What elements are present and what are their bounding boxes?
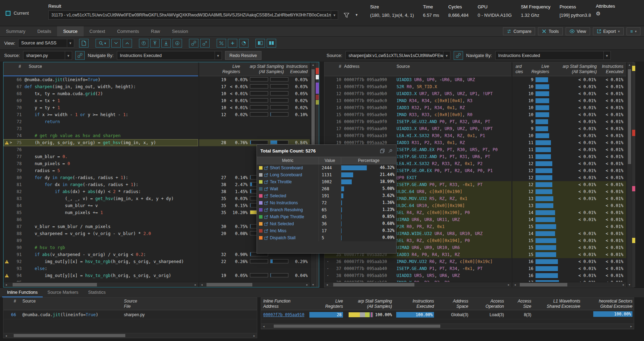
marker-down-icon[interactable] [161,39,171,48]
sass-line-39[interactable]: ·3900007f7b 095aab60IMAD.X R0, R2, R3, R… [324,279,511,282]
metric-name-link[interactable]: No Instructions [270,200,298,205]
tab-context[interactable]: Context [84,26,111,36]
scroll-left-arrow[interactable]: ◂ [324,283,330,286]
link-resolve-icon[interactable] [200,39,210,48]
pane-split-icon[interactable] [267,39,276,48]
circle-arrow-up-icon[interactable] [139,39,148,48]
sass-line-11[interactable]: 1100007f7b 095aa9a0S2R R0, SR_TID.X [324,83,511,90]
scroll-right-arrow[interactable]: ▸ [193,283,198,286]
source-line-72[interactable]: 72 return [4,118,198,125]
menu-button[interactable]: ≡▾ [626,27,640,35]
tab-source[interactable]: Source [57,26,83,36]
source-line-74[interactable]: 74 # get rgb value as hsv and sharpen [4,132,198,139]
scroll-right-arrow[interactable]: ▸ [252,334,257,338]
metric-name-link[interactable]: Tex Throttle [270,179,292,184]
chevron-down-icon[interactable] [111,39,121,48]
sass-line-13[interactable]: 1300007f7b 095aa9c0IMAD R34, R34, c[0x0]… [324,97,511,104]
chevron-down-icon[interactable]: ▾ [331,11,338,19]
source-line-80[interactable]: 80 for dy in range(-radius, radius + 1): [4,174,198,181]
external-link-icon[interactable] [264,222,268,226]
source-metrics-hscrollbar[interactable]: ◂▸ [199,282,310,287]
bottom-tab-inline-functions[interactable]: Inline Functions [2,288,43,297]
sass-vscrollbar[interactable]: ▴▾ [627,62,632,287]
external-link-icon[interactable] [264,215,268,219]
view-button[interactable]: View [566,27,590,35]
address-link[interactable]: 00007f7b 095aa910 [263,312,304,317]
inline-function-row[interactable]: 66 @numba.cuda.jit(lineinfo=True) sharpe… [4,310,257,319]
gear-icon[interactable]: ⚙ [596,10,615,17]
tab-summary[interactable]: Summary [0,26,31,36]
sass-line-38[interactable]: ·3800007f7b 095aab50UIADD3 UR5, UR5, UR6… [324,272,511,279]
sass-line-18[interactable]: 1800007f7b 095aaa10LEA.HI.X.SX32 R30, R3… [324,132,511,139]
bottom-left-hscrollbar[interactable]: ◂▸ [3,333,257,338]
metric-name-link[interactable]: Selected [270,193,286,198]
stall-metric-row[interactable]: Wait2685.08% [257,185,396,192]
sass-line-37[interactable]: ·3700007f7b 095aab40ISETP.GE.AND P1, PT,… [324,265,511,272]
stall-metric-row[interactable]: Imc Miss170.32% [257,227,396,234]
external-link-icon[interactable] [264,229,268,233]
source-line-77[interactable]: 77 sum_blur = 0. [4,153,198,160]
stall-metric-row[interactable]: Branch Resolving651.23% [257,206,396,213]
pie-icon[interactable] [239,39,248,48]
tab-comments[interactable]: Comments [111,26,145,36]
source-line-73[interactable]: 73 [4,125,198,132]
stall-metric-row[interactable]: Short Scoreboard244446.32% [257,164,396,171]
scroll-down-arrow[interactable]: ▾ [312,282,314,287]
metric-name-link[interactable]: Branch Resolving [270,207,303,212]
stall-metric-row[interactable]: Dispatch Stall50.09% [257,234,396,241]
source-line-76[interactable]: 76 [4,146,198,153]
metric-name-link[interactable]: Dispatch Stall [270,235,295,240]
copy-icon[interactable] [380,149,385,153]
percent-icon[interactable] [217,39,226,48]
filter-caret-button[interactable]: ▾ [355,12,358,18]
chevron-up-icon[interactable] [122,39,132,48]
tab-raw[interactable]: Raw [145,26,166,36]
metric-name-link[interactable]: Long Scoreboard [270,172,302,177]
tab-details[interactable]: Details [31,26,57,36]
navigate-by-dropdown[interactable]: Instructions Executed ▾ [495,51,611,60]
pin-icon[interactable] [388,149,393,153]
sass-heatmap-strip[interactable] [632,62,635,287]
document-icon[interactable] [79,39,89,48]
source-hscrollbar[interactable]: ◂▸ [4,282,198,287]
scroll-left-arrow[interactable]: ◂ [512,283,518,286]
sass-line-14[interactable]: 1400007f7b 095aa9d0IADD3 R32, P1, R34, 0… [324,104,511,111]
source-line-91[interactable]: 91 if abs(v_sharpened - v_orig) / v_orig… [4,251,198,258]
stall-metric-row[interactable]: Not Selected360.68% [257,220,396,227]
compare-button[interactable]: Compare [503,27,535,35]
tools-button[interactable]: Tools [538,27,562,35]
source-line-71[interactable]: 71 if x >= width - 1 or y >= height - 1: [4,111,198,118]
source-line-75[interactable]: >75 (h_orig, s_orig, v_orig) = get_hsv(i… [4,139,198,146]
scroll-left-arrow[interactable]: ◂ [199,283,204,286]
plus-icon[interactable] [228,39,237,48]
scroll-right-arrow[interactable]: ▸ [629,325,634,328]
stall-metric-row[interactable]: No Instructions721.36% [257,199,396,206]
scroll-down-arrow[interactable]: ▾ [629,282,630,287]
metric-name-link[interactable]: Imc Miss [270,228,286,233]
line-number-link[interactable]: 66 [11,312,16,317]
source-line-84[interactable]: 84 sum_blur += v [4,202,198,209]
sass-function-dropdown[interactable]: sharpen[abi:v1,cw51cXTLSUwv1sCUt9Ww0FEw0… [345,51,450,60]
sass-line-17[interactable]: 1700007f7b 095aaa00UIADD3.X UR4, UR7, UR… [324,125,511,132]
sass-line-10[interactable]: 1000007f7b 095aa990UIADD3 UR6, UP0, -UR6… [324,76,511,83]
metric-name-link[interactable]: Wait [270,186,278,191]
filter-funnel-button[interactable] [343,12,350,19]
sass-metrics-hscrollbar[interactable]: ◂▸ [512,282,626,287]
link-source-icon[interactable] [75,51,85,60]
sass-hscrollbar[interactable]: ◂▸ [324,282,511,287]
source-line-69[interactable]: 69 x = tx + 1 [4,97,198,104]
view-mode-dropdown[interactable]: Source and SASS ▾ [18,39,74,48]
scroll-right-arrow[interactable]: ▸ [621,283,626,286]
external-link-icon[interactable] [264,194,268,198]
sass-line-12[interactable]: 1200007f7b 095aa9b0UIADD3.X UR7, UR7, UR… [324,90,511,97]
export-button[interactable]: Export ▾ [593,27,624,35]
external-link-icon[interactable] [264,187,268,191]
scroll-left-arrow[interactable]: ◂ [261,325,266,328]
current-result-legend[interactable]: Current [6,10,43,16]
source-line-87[interactable]: 87 v_blur = sum_blur / num_pixels [4,223,198,230]
source-line-94[interactable]: 94 img_out[y][x] = hsv_to_rgb(h_orig, s_… [4,272,198,279]
source-line-81[interactable]: 81 for dx in range(-radius, radius + 1): [4,181,198,188]
sass-line-15[interactable]: 1500007f7b 095aa9e0IMAD R33, R33, c[0x0]… [324,111,511,118]
source-line-79[interactable]: 79 radius = 5 [4,167,198,174]
bottom-tab-statistics[interactable]: Statistics [83,288,111,297]
